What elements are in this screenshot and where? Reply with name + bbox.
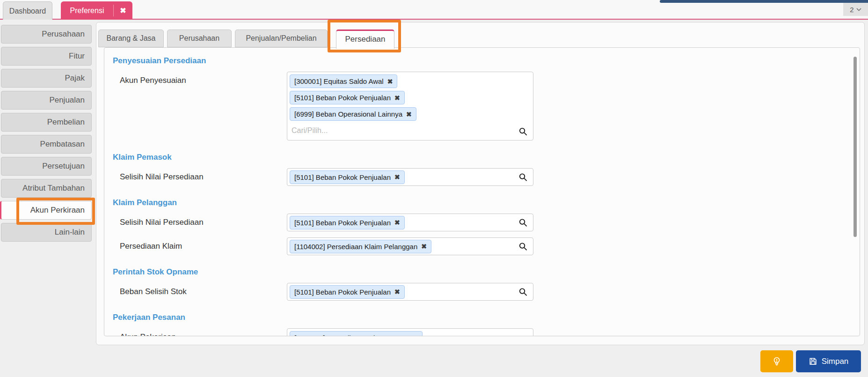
- account-tag[interactable]: [300001] Equitas Saldo Awal ✖: [290, 74, 397, 88]
- account-tag-label: [1104002] Persediaan Klaim Pelanggan: [294, 243, 417, 251]
- field-row: Persediaan Klaim [1104002] Persediaan Kl…: [104, 237, 860, 255]
- search-placeholder: Cari/Pilih...: [290, 126, 328, 134]
- account-select-beban-selisih-stok[interactable]: [5101] Beban Pokok Penjualan ✖: [287, 283, 533, 301]
- field-row: Beban Selisih Stok [5101] Beban Pokok Pe…: [104, 283, 860, 301]
- sidebar-item-pajak[interactable]: Pajak: [1, 69, 92, 88]
- account-tag-label: [1104003] Persediaan Dalam Proses: [294, 334, 408, 336]
- sidebar-item-label: Pembelian: [47, 118, 85, 126]
- field-label: Selisih Nilai Persediaan: [104, 214, 287, 231]
- content-tab-persediaan[interactable]: Persediaan: [336, 30, 394, 49]
- tag-remove-icon[interactable]: ✖: [394, 288, 400, 296]
- account-select-akun-pekerjaan[interactable]: [1104003] Persediaan Dalam Proses ✖ Cari…: [287, 328, 533, 336]
- section-pekerjaan-pesanan: Pekerjaan Pesanan Akun Pekerjaan [110400…: [104, 313, 860, 336]
- sidebar-item-fitur[interactable]: Fitur: [1, 47, 92, 66]
- search-icon[interactable]: [518, 288, 527, 296]
- lightbulb-icon: [771, 356, 782, 367]
- tag-remove-icon[interactable]: ✖: [406, 111, 412, 118]
- field-row: Akun Penyesuaian [300001] Equitas Saldo …: [104, 72, 860, 140]
- sidebar-item-akun-perkiraan[interactable]: Akun Perkiraan: [0, 201, 92, 220]
- account-select-selisih-nilai-persediaan[interactable]: [5101] Beban Pokok Penjualan ✖: [287, 214, 533, 231]
- field-row: Akun Pekerjaan [1104003] Persediaan Dala…: [104, 328, 860, 336]
- content-tab-penjualan-pembelian[interactable]: Penjualan/Pembelian: [235, 30, 328, 47]
- account-tag[interactable]: [5101] Beban Pokok Penjualan ✖: [290, 216, 405, 229]
- field-label: Beban Selisih Stok: [104, 283, 287, 301]
- sidebar-item-lain-lain[interactable]: Lain-lain: [1, 223, 92, 242]
- tag-remove-icon[interactable]: ✖: [394, 94, 400, 102]
- account-tag[interactable]: [6999] Beban Operasional Lainnya ✖: [290, 107, 416, 121]
- preferences-sidebar: Perusahaan Fitur Pajak Penjualan Pembeli…: [0, 25, 92, 245]
- tag-remove-icon[interactable]: ✖: [421, 243, 427, 250]
- field-label: Selisih Nilai Persediaan: [104, 168, 287, 186]
- section-title: Penyesuaian Persediaan: [113, 56, 860, 66]
- field-label: Persediaan Klaim: [104, 237, 287, 255]
- tag-remove-icon[interactable]: ✖: [394, 219, 400, 226]
- window-tab-dashboard[interactable]: Dashboard: [3, 1, 52, 20]
- sidebar-item-label: Penjualan: [49, 96, 85, 104]
- search-icon[interactable]: [518, 173, 527, 182]
- save-button-label: Simpan: [822, 357, 849, 366]
- section-title: Perintah Stok Opname: [113, 267, 860, 277]
- content-tab-perusahaan[interactable]: Perusahaan: [167, 30, 232, 47]
- field-label: Akun Pekerjaan: [104, 328, 287, 336]
- close-tab-icon[interactable]: ✖: [113, 5, 132, 16]
- top-banner-bar: [660, 0, 868, 3]
- field-row: Selisih Nilai Persediaan [5101] Beban Po…: [104, 168, 860, 186]
- sidebar-item-label: Fitur: [69, 52, 85, 60]
- sidebar-item-penjualan[interactable]: Penjualan: [1, 91, 92, 110]
- sidebar-item-perusahaan[interactable]: Perusahaan: [1, 25, 92, 44]
- account-tag[interactable]: [1104003] Persediaan Dalam Proses ✖: [290, 331, 423, 336]
- account-tag-label: [5101] Beban Pokok Penjualan: [294, 288, 391, 296]
- search-icon[interactable]: [518, 218, 527, 227]
- sidebar-item-pembatasan[interactable]: Pembatasan: [1, 135, 92, 154]
- section-title: Pekerjaan Pesanan: [113, 313, 860, 322]
- hint-button[interactable]: [760, 350, 793, 372]
- window-tab-strip: Dashboard Preferensi ✖ 2: [0, 0, 868, 20]
- account-tag-label: [5101] Beban Pokok Penjualan: [294, 219, 391, 227]
- selected-tags: [300001] Equitas Saldo Awal ✖ [5101] Beb…: [290, 74, 514, 121]
- section-title: Klaim Pemasok: [113, 153, 860, 162]
- content-tab-label: Penjualan/Pembelian: [246, 34, 316, 42]
- sidebar-item-atribut-tambahan[interactable]: Atribut Tambahan: [1, 179, 92, 198]
- section-klaim-pemasok: Klaim Pemasok Selisih Nilai Persediaan […: [104, 153, 860, 186]
- session-count: 2: [850, 6, 853, 14]
- tag-remove-icon[interactable]: ✖: [394, 173, 400, 181]
- chevron-down-icon: [856, 8, 861, 11]
- tag-remove-icon[interactable]: ✖: [387, 78, 393, 85]
- sidebar-item-label: Persetujuan: [42, 162, 85, 170]
- sidebar-item-label: Pajak: [65, 74, 85, 82]
- account-tag-label: [5101] Beban Pokok Penjualan: [294, 173, 391, 181]
- account-tag-label: [5101] Beban Pokok Penjualan: [294, 94, 391, 102]
- account-tag-label: [6999] Beban Operasional Lainnya: [294, 110, 402, 118]
- content-tab-label: Persediaan: [345, 35, 385, 44]
- selected-tags: [1104002] Persediaan Klaim Pelanggan ✖: [290, 240, 431, 253]
- search-row[interactable]: Cari/Pilih...: [290, 124, 514, 138]
- account-tag[interactable]: [5101] Beban Pokok Penjualan ✖: [290, 285, 405, 299]
- search-icon[interactable]: [518, 242, 527, 251]
- section-title: Klaim Pelanggan: [113, 198, 860, 207]
- account-select-akun-penyesuaian[interactable]: [300001] Equitas Saldo Awal ✖ [5101] Beb…: [287, 72, 533, 140]
- tag-remove-icon[interactable]: ✖: [412, 334, 418, 337]
- settings-scroll-panel: Penyesuaian Persediaan Akun Penyesuaian …: [104, 47, 860, 336]
- account-select-selisih-nilai-persediaan[interactable]: [5101] Beban Pokok Penjualan ✖: [287, 168, 533, 186]
- sidebar-item-label: Atribut Tambahan: [22, 184, 85, 192]
- sidebar-item-label: Perusahaan: [42, 30, 85, 38]
- selected-tags: [5101] Beban Pokok Penjualan ✖: [290, 285, 405, 299]
- search-icon[interactable]: [518, 127, 527, 136]
- content-tab-barang-jasa[interactable]: Barang & Jasa: [98, 30, 164, 47]
- section-klaim-pelanggan: Klaim Pelanggan Selisih Nilai Persediaan…: [104, 198, 860, 255]
- window-tab-label: Preferensi: [61, 7, 113, 15]
- sidebar-item-pembelian[interactable]: Pembelian: [1, 113, 92, 132]
- account-tag[interactable]: [5101] Beban Pokok Penjualan ✖: [290, 91, 405, 104]
- selected-tags: [5101] Beban Pokok Penjualan ✖: [290, 216, 405, 229]
- account-select-persediaan-klaim[interactable]: [1104002] Persediaan Klaim Pelanggan ✖: [287, 237, 533, 255]
- content-tab-label: Perusahaan: [179, 34, 219, 42]
- account-tag[interactable]: [1104002] Persediaan Klaim Pelanggan ✖: [290, 240, 431, 253]
- save-button[interactable]: Simpan: [796, 350, 861, 372]
- field-label: Akun Penyesuaian: [104, 72, 287, 89]
- vertical-scrollbar[interactable]: [853, 57, 857, 237]
- account-tag[interactable]: [5101] Beban Pokok Penjualan ✖: [290, 170, 405, 184]
- window-tab-preferensi[interactable]: Preferensi ✖: [61, 1, 132, 20]
- sidebar-item-persetujuan[interactable]: Persetujuan: [1, 157, 92, 176]
- selected-tags: [1104003] Persediaan Dalam Proses ✖: [290, 331, 514, 336]
- session-count-dropdown[interactable]: 2: [843, 3, 868, 16]
